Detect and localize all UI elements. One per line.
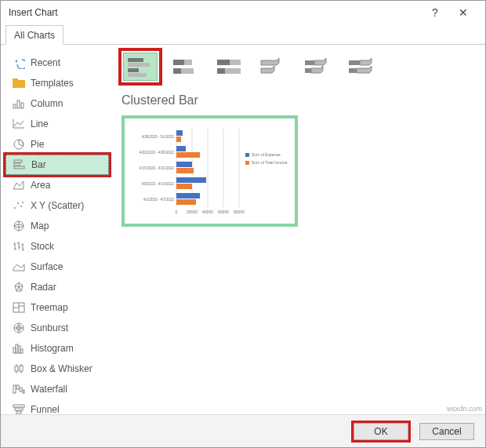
waterfall-chart-icon [10, 384, 27, 395]
subtype-100-stacked-bar[interactable] [212, 53, 247, 81]
stock-chart-icon [10, 241, 27, 252]
sidebar-item-label: Histogram [27, 343, 74, 354]
svg-rect-61 [176, 168, 194, 173]
svg-rect-40 [217, 60, 230, 65]
svg-text:4/8/2023 - 4/14/2022: 4/8/2023 - 4/14/2022 [141, 182, 174, 186]
svg-rect-38 [173, 68, 181, 74]
sidebar-item-label: Map [27, 220, 49, 231]
ok-button[interactable]: OK [354, 423, 408, 440]
svg-rect-64 [176, 184, 192, 189]
sidebar-item-waterfall[interactable]: Waterfall [5, 379, 109, 399]
svg-text:4/1/2023 - 4/7/2022: 4/1/2023 - 4/7/2022 [143, 198, 175, 202]
svg-rect-36 [173, 60, 184, 65]
sidebar-item-label: Line [27, 118, 49, 129]
svg-rect-29 [16, 411, 21, 413]
svg-rect-24 [16, 385, 19, 389]
sidebar-item-label: Sunburst [27, 322, 68, 333]
cancel-button[interactable]: Cancel [419, 423, 474, 440]
svg-rect-4 [21, 103, 24, 108]
svg-point-11 [20, 206, 22, 207]
svg-text:Sum of Total Income: Sum of Total Income [252, 160, 288, 165]
svg-rect-20 [20, 349, 23, 353]
subtype-clustered-bar[interactable] [123, 53, 158, 81]
svg-rect-42 [217, 68, 225, 74]
tab-all-charts[interactable]: All Charts [5, 25, 63, 45]
sidebar-item-bar[interactable]: Bar [5, 155, 109, 175]
sidebar-item-surface[interactable]: Surface [5, 257, 109, 277]
sidebar-item-label: X Y (Scatter) [27, 200, 84, 211]
svg-text:80000: 80000 [234, 209, 245, 214]
sidebar-item-box-whisker[interactable]: Box & Whisker [5, 359, 109, 379]
sidebar-item-scatter[interactable]: X Y (Scatter) [5, 195, 109, 216]
sidebar-item-label: Area [27, 180, 50, 191]
sidebar-item-histogram[interactable]: Histogram [5, 338, 109, 359]
close-icon[interactable]: ✕ [449, 6, 477, 19]
sidebar-item-label: Funnel [27, 404, 60, 415]
surface-chart-icon [10, 261, 27, 272]
svg-rect-6 [14, 160, 22, 162]
folder-icon [10, 78, 27, 88]
sidebar-item-recent[interactable]: Recent [5, 53, 109, 73]
svg-rect-23 [13, 385, 16, 393]
svg-rect-28 [15, 408, 23, 410]
dialog-footer: OK Cancel [1, 414, 485, 447]
svg-rect-67 [176, 199, 196, 205]
sidebar-item-radar[interactable]: Radar [5, 277, 109, 297]
sidebar-item-label: Stock [27, 241, 54, 252]
svg-rect-58 [176, 152, 200, 158]
svg-rect-35 [128, 73, 147, 77]
svg-point-10 [17, 202, 19, 204]
sidebar-item-label: Pie [27, 139, 44, 150]
sidebar-item-label: Waterfall [27, 384, 67, 395]
sidebar-item-stock[interactable]: Stock [5, 236, 109, 257]
dialog-title: Insert Chart [9, 7, 421, 18]
svg-rect-7 [14, 163, 20, 166]
sidebar-item-pie[interactable]: Pie [5, 134, 109, 155]
svg-point-12 [22, 202, 24, 203]
chart-preview[interactable]: 0200004000060000800004/29/2023 - 5/1/202… [121, 115, 298, 227]
svg-rect-32 [128, 58, 143, 62]
sidebar-item-treemap[interactable]: Treemap [5, 297, 109, 318]
svg-rect-33 [128, 63, 150, 67]
sidebar-item-area[interactable]: Area [5, 175, 109, 195]
svg-rect-55 [176, 137, 181, 142]
chart-subtype-title: Clustered Bar [121, 93, 477, 107]
sidebar-item-label: Radar [27, 282, 56, 293]
svg-rect-39 [181, 68, 194, 74]
svg-rect-2 [13, 104, 16, 108]
svg-rect-8 [14, 166, 24, 169]
funnel-chart-icon [10, 404, 27, 415]
sidebar-item-label: Surface [27, 261, 63, 272]
svg-text:40000: 40000 [202, 209, 213, 214]
svg-text:Sum of Expense: Sum of Expense [252, 152, 281, 157]
sidebar-item-templates[interactable]: Templates [5, 73, 109, 93]
subtype-3d-100-stacked-bar[interactable] [344, 53, 379, 81]
subtype-3d-stacked-bar[interactable] [300, 53, 335, 81]
sidebar-item-line[interactable]: Line [5, 114, 109, 134]
svg-rect-26 [23, 390, 24, 393]
chart-subtype-row [121, 51, 477, 82]
sidebar-item-map[interactable]: Map [5, 216, 109, 236]
svg-text:60000: 60000 [218, 209, 229, 214]
svg-rect-25 [20, 388, 22, 392]
watermark: wsxdn.com [447, 405, 482, 413]
sidebar-item-label: Column [27, 98, 63, 109]
sidebar-item-sunburst[interactable]: Sunburst [5, 318, 109, 338]
svg-rect-69 [245, 153, 249, 157]
pie-chart-icon [10, 138, 27, 151]
svg-text:4/29/2023 - 5/1/2022: 4/29/2023 - 5/1/2022 [141, 135, 174, 139]
treemap-chart-icon [10, 302, 27, 313]
line-chart-icon [10, 118, 27, 129]
sidebar-item-label: Box & Whisker [27, 363, 92, 374]
area-chart-icon [10, 180, 27, 191]
sidebar-item-label: Templates [27, 78, 74, 89]
help-icon[interactable]: ? [421, 6, 449, 19]
subtype-stacked-bar[interactable] [169, 53, 203, 81]
subtype-3d-clustered-bar[interactable] [256, 53, 291, 81]
svg-rect-1 [13, 78, 18, 82]
chart-detail-pane: Clustered Bar 0200004000060000800004/29/… [111, 45, 485, 409]
sidebar-item-label: Bar [28, 159, 46, 170]
scatter-chart-icon [10, 200, 27, 211]
histogram-chart-icon [10, 343, 27, 354]
sidebar-item-column[interactable]: Column [5, 93, 109, 114]
